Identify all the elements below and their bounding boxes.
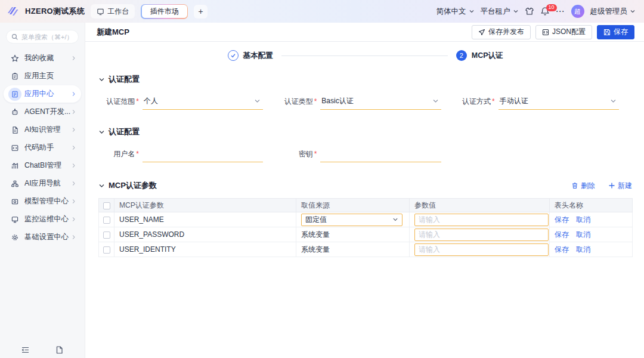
row-save-link[interactable]: 保存 <box>555 215 569 224</box>
save-button[interactable]: 保存 <box>597 25 634 39</box>
save-publish-button[interactable]: 保存并发布 <box>472 25 531 39</box>
sidebar-item-code[interactable]: 代码助手 <box>4 139 81 156</box>
knowledge-icon <box>8 124 21 137</box>
row-cancel-link[interactable]: 取消 <box>576 245 590 254</box>
chevron-down-icon <box>98 129 105 135</box>
send-icon <box>478 29 485 36</box>
plus-icon <box>608 182 615 189</box>
sidebar-item-appcenter[interactable]: 应用中心 <box>4 85 81 103</box>
sidebar-item-knowledge[interactable]: AI知识管理 <box>4 121 81 138</box>
row-checkbox[interactable] <box>103 232 110 239</box>
section-title: MCP认证参数 <box>109 180 157 191</box>
tab-workbench[interactable]: 工作台 <box>91 4 135 18</box>
tab-plugin-market[interactable]: 插件市场 <box>141 4 188 19</box>
tab-plugin-market-label: 插件市场 <box>142 5 187 18</box>
field-auth-type: 认证类型 Basic认证 <box>276 94 454 110</box>
row-cancel-link[interactable]: 取消 <box>576 215 590 224</box>
param-value-input[interactable] <box>414 229 549 241</box>
sidebar-item-label: 模型管理中心 <box>24 196 71 206</box>
username-label: 用户名 <box>98 149 139 162</box>
menu-search[interactable] <box>6 30 79 44</box>
brand-title: HZERO测试系统 <box>25 6 85 17</box>
username-input[interactable] <box>143 147 263 162</box>
appcenter-icon <box>8 88 21 101</box>
json-config-button[interactable]: JSON配置 <box>535 25 592 39</box>
menu-search-input[interactable] <box>21 33 75 41</box>
sidebar-footer <box>0 345 85 354</box>
create-row-button[interactable]: 新建 <box>608 181 632 191</box>
sidebar-item-label: 我的收藏 <box>24 53 71 63</box>
row-checkbox[interactable] <box>103 246 110 254</box>
sidebar-item-settings[interactable]: 基础设置中心 <box>4 229 81 246</box>
sidebar-item-agent[interactable]: AGENT开发... <box>4 103 81 121</box>
source-text: 系统变量 <box>301 245 330 254</box>
param-value-input[interactable] <box>414 214 549 226</box>
param-table-row: USER_IDENTITY系统变量保存取消 <box>99 242 633 257</box>
tenant-select[interactable]: 平台租户 <box>481 7 519 17</box>
chevron-down-icon <box>392 217 398 223</box>
user-menu[interactable]: 超级管理员 <box>590 7 636 17</box>
chevron-right-icon <box>71 55 76 61</box>
collapse-sidebar-icon[interactable] <box>21 345 30 354</box>
auth-scope-label: 认证范围 <box>98 97 139 110</box>
auth-scope-select[interactable]: 个人 <box>143 94 263 110</box>
row-cancel-link[interactable]: 取消 <box>576 230 590 239</box>
sidebar-item-clipboard[interactable]: 应用主页 <box>4 67 81 85</box>
section-auth-config-2[interactable]: 认证配置 <box>98 126 632 137</box>
model-icon <box>8 195 21 208</box>
trash-icon <box>571 182 578 189</box>
chevron-right-icon <box>71 199 76 204</box>
row-save-link[interactable]: 保存 <box>555 230 569 239</box>
table-header-row: MCP认证参数 取值来源 参数值 表头名称 <box>99 199 633 212</box>
sidebar-item-nav[interactable]: AI应用导航 <box>4 175 81 192</box>
chevron-down-icon <box>98 76 105 83</box>
main-panel: 新建MCP 保存并发布 JSON配置 保存 <box>85 23 644 358</box>
step-basic-config-label: 基本配置 <box>243 51 273 61</box>
sidebar-item-label: AI知识管理 <box>24 125 71 135</box>
row-checkbox[interactable] <box>103 217 110 224</box>
section-auth-config-1[interactable]: 认证配置 <box>98 74 632 85</box>
chevron-right-icon <box>71 91 76 97</box>
clipboard-icon <box>8 70 21 83</box>
delete-rows-button[interactable]: 删除 <box>571 181 595 191</box>
search-icon <box>11 33 18 41</box>
sidebar-item-label: ChatBI管理 <box>24 161 71 171</box>
step-done-check-icon <box>228 50 239 61</box>
sidebar-item-monitor[interactable]: 监控运维中心 <box>4 211 81 228</box>
sidebar-item-label: 应用主页 <box>24 71 76 81</box>
param-name-cell: USER_PASSWORD <box>114 227 296 242</box>
step-mcp-auth[interactable]: 2 MCP认证 <box>456 50 503 61</box>
language-select[interactable]: 简体中文 <box>436 7 475 17</box>
chevron-right-icon <box>71 217 76 222</box>
more-menu-icon[interactable]: ⋯ <box>556 6 565 17</box>
param-value-input[interactable] <box>414 243 549 256</box>
chevron-right-icon <box>71 109 76 115</box>
source-text: 系统变量 <box>301 230 330 239</box>
mcp-params-table: MCP认证参数 取值来源 参数值 表头名称 USER_NAME固定值保存取消US… <box>98 198 633 257</box>
theme-skin-icon[interactable] <box>525 7 534 16</box>
document-panel-icon[interactable] <box>55 345 64 354</box>
secret-input[interactable] <box>320 147 441 162</box>
avatar[interactable]: 超 <box>571 5 584 18</box>
sidebar-item-chart[interactable]: ChatBI管理 <box>4 157 81 174</box>
add-tab-button[interactable]: + <box>194 5 208 18</box>
sidebar-item-label: 基础设置中心 <box>24 232 71 242</box>
section-mcp-params: MCP认证参数 删除 新建 <box>98 180 632 191</box>
monitor-icon <box>8 213 21 226</box>
chevron-down-icon <box>432 98 439 104</box>
select-all-checkbox[interactable] <box>103 202 110 209</box>
sidebar-item-model[interactable]: 模型管理中心 <box>4 193 81 210</box>
sidebar-item-star[interactable]: 我的收藏 <box>4 50 81 67</box>
step-basic-config[interactable]: 基本配置 <box>228 50 273 61</box>
chevron-down-icon <box>630 8 636 14</box>
step-connector <box>281 55 448 56</box>
source-select[interactable]: 固定值 <box>301 214 402 226</box>
auth-method-select[interactable]: 手动认证 <box>499 94 619 110</box>
sidebar-menu: 我的收藏应用主页应用中心AGENT开发...AI知识管理代码助手ChatBI管理… <box>0 50 85 246</box>
notification-bell-icon[interactable]: 10 <box>540 7 550 16</box>
row-save-link[interactable]: 保存 <box>555 245 569 254</box>
auth-type-select[interactable]: Basic认证 <box>320 94 441 110</box>
section-title: 认证配置 <box>109 126 140 137</box>
chevron-down-icon[interactable] <box>98 183 105 189</box>
json-icon <box>542 29 549 36</box>
